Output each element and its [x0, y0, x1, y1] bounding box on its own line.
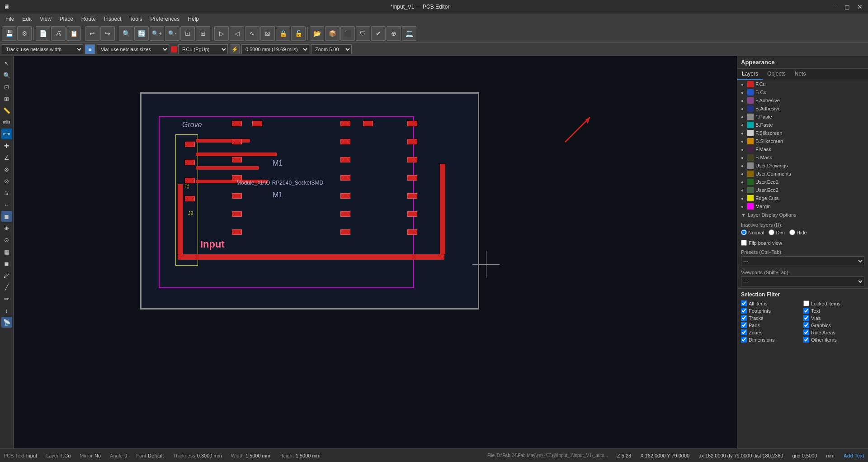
filter-vias[interactable]: Vias: [803, 315, 864, 321]
menu-place[interactable]: Place: [56, 15, 77, 23]
angle-tool[interactable]: ∠: [1, 152, 12, 163]
zoom-area-button[interactable]: ⊞: [196, 26, 210, 41]
layer-usereco1-eye[interactable]: ●: [739, 179, 745, 185]
restore-button[interactable]: ◻: [843, 2, 852, 11]
track-width-select[interactable]: Track: use netclass width: [2, 44, 83, 54]
filter-all-items[interactable]: All items: [741, 300, 802, 306]
radio-dim[interactable]: Dim: [769, 229, 785, 235]
layer-fsilkscreen-eye[interactable]: ●: [739, 130, 745, 136]
line-tool[interactable]: ╱: [1, 281, 12, 292]
copper-pour-tool[interactable]: ≣: [1, 258, 12, 269]
layer-fadhesive[interactable]: ● F.Adhesive: [737, 96, 868, 105]
menu-tools[interactable]: Tools: [126, 15, 146, 23]
route-diff-button[interactable]: ◁: [230, 26, 244, 41]
menu-inspect[interactable]: Inspect: [100, 15, 125, 23]
pcb-canvas-area[interactable]: J2 Grove: [14, 56, 737, 448]
import-button[interactable]: 📂: [310, 26, 324, 41]
tab-nets[interactable]: Nets: [790, 69, 811, 80]
filter-footprints[interactable]: Footprints: [741, 308, 802, 314]
menu-edit[interactable]: Edit: [19, 15, 35, 23]
layer-usereco2[interactable]: ● User.Eco2: [737, 186, 868, 194]
filter-rule-areas[interactable]: Rule Areas: [803, 329, 864, 335]
scripting-button[interactable]: ⊕: [387, 26, 401, 41]
netlist-button[interactable]: 🔄: [134, 26, 149, 41]
brush-tool[interactable]: 🖊: [1, 270, 12, 281]
layer-userdrawings-eye[interactable]: ●: [739, 162, 745, 169]
radio-hide[interactable]: Hide: [789, 229, 807, 235]
layer-select[interactable]: F.Cu (PgUp): [178, 44, 228, 54]
drc-button[interactable]: 🛡: [356, 26, 370, 41]
undo-button[interactable]: ↩: [85, 26, 99, 41]
board-setup-button[interactable]: ⚙: [17, 26, 32, 41]
layer-usercomments[interactable]: ● User.Comments: [737, 170, 868, 178]
layer-bsilkscreen-eye[interactable]: ●: [739, 138, 745, 144]
print-button[interactable]: 🖨: [51, 26, 66, 41]
arrow-tool[interactable]: ↕: [1, 305, 12, 316]
layer-fpaste[interactable]: ● F.Paste: [737, 113, 868, 121]
presets-select[interactable]: ---: [741, 256, 864, 266]
layer-edgecuts[interactable]: ● Edge.Cuts: [737, 194, 868, 202]
zoom-select[interactable]: Zoom 5.00: [311, 44, 352, 54]
menu-view[interactable]: View: [36, 15, 55, 23]
viewports-select[interactable]: ---: [741, 276, 864, 286]
menu-route[interactable]: Route: [78, 15, 99, 23]
layer-fadhesive-eye[interactable]: ●: [739, 97, 745, 104]
layer-bpaste[interactable]: ● B.Paste: [737, 121, 868, 129]
tune-length-button[interactable]: ∿: [245, 26, 259, 41]
filter-text[interactable]: Text: [803, 308, 864, 314]
tab-layers[interactable]: Layers: [737, 69, 763, 80]
layer-bpaste-eye[interactable]: ●: [739, 122, 745, 128]
route-single-button[interactable]: ▷: [214, 26, 229, 41]
select-button[interactable]: ⊠: [260, 26, 275, 41]
layer-fmask-eye[interactable]: ●: [739, 146, 745, 152]
measure-tool[interactable]: 📏: [1, 105, 12, 116]
inspect-tool[interactable]: 🔍: [1, 70, 12, 81]
layer-fmask[interactable]: ● F.Mask: [737, 145, 868, 153]
3d-button[interactable]: 📦: [325, 26, 340, 41]
3d-view-tool[interactable]: ▦: [1, 246, 12, 257]
edit-tool[interactable]: ✏: [1, 293, 12, 304]
layer-margin[interactable]: ● Margin: [737, 202, 868, 210]
find-button[interactable]: 🔍: [119, 26, 133, 41]
local-ratsnest-tool[interactable]: ⊡: [1, 81, 12, 92]
zoom-out-button[interactable]: 🔍-: [165, 26, 179, 41]
mm-tool[interactable]: mm: [1, 129, 12, 139]
filter-dimensions[interactable]: Dimensions: [741, 337, 802, 343]
push-shove-tool[interactable]: ↔: [1, 199, 12, 210]
via-size-select[interactable]: Via: use netclass sizes: [97, 44, 169, 54]
highlight-tool[interactable]: ⊘: [1, 176, 12, 186]
filter-graphics[interactable]: Graphics: [803, 322, 864, 328]
run-drc-button[interactable]: ✔: [371, 26, 386, 41]
radio-normal[interactable]: Normal: [741, 229, 764, 235]
layer-badhesive[interactable]: ● B.Adhesive: [737, 105, 868, 113]
layer-fcu-eye[interactable]: ●: [739, 81, 745, 87]
lock-button[interactable]: 🔒: [276, 26, 290, 41]
layer-fsilkscreen[interactable]: ● F.Silkscreen: [737, 129, 868, 137]
redo-button[interactable]: ↪: [100, 26, 115, 41]
minimize-button[interactable]: −: [830, 2, 839, 11]
unlock-button[interactable]: 🔓: [291, 26, 306, 41]
save-button[interactable]: 💾: [2, 26, 16, 41]
interactive-router-button[interactable]: ≡: [85, 44, 95, 54]
layer-bsilkscreen[interactable]: ● B.Silkscreen: [737, 137, 868, 145]
tab-objects[interactable]: Objects: [763, 69, 790, 80]
layer-fcu[interactable]: ● F.Cu: [737, 80, 868, 88]
ratsnest-tool[interactable]: ⊗: [1, 164, 12, 175]
python-button[interactable]: 💻: [402, 26, 416, 41]
menu-help[interactable]: Help: [184, 15, 203, 23]
filter-tracks[interactable]: Tracks: [741, 315, 802, 321]
select-tool[interactable]: ↖: [1, 58, 12, 69]
new-button[interactable]: 📄: [36, 26, 50, 41]
filter-pads[interactable]: Pads: [741, 322, 802, 328]
layer-bmask-eye[interactable]: ●: [739, 154, 745, 161]
zoom-fit-button[interactable]: ⊡: [180, 26, 195, 41]
grid-tool[interactable]: ⊞: [1, 93, 12, 104]
clearance-tool[interactable]: ≋: [1, 187, 12, 198]
layer-fpaste-eye[interactable]: ●: [739, 114, 745, 120]
antenna-tool[interactable]: 📡: [1, 317, 12, 328]
zoom-in-button[interactable]: 🔍+: [150, 26, 164, 41]
net-inspector-tool[interactable]: ⊕: [1, 223, 12, 233]
pad-tool[interactable]: ⊙: [1, 234, 12, 245]
menu-file[interactable]: File: [2, 15, 18, 23]
layer-bcu[interactable]: ● B.Cu: [737, 88, 868, 96]
